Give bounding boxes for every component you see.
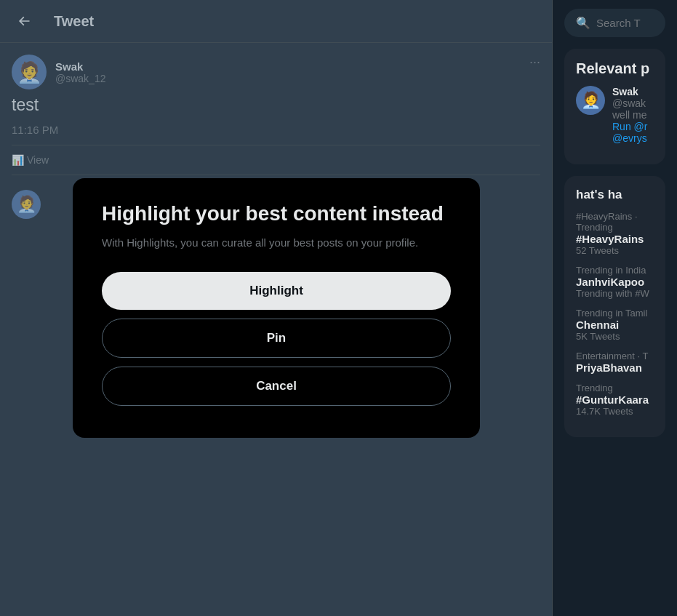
modal-title: Highlight your best content instead (102, 201, 451, 226)
relevant-user-avatar: 🧑‍💼 (576, 86, 605, 115)
relevant-handle: @swak (612, 97, 647, 109)
highlight-modal: Highlight your best content instead With… (73, 178, 480, 437)
trend-item-1[interactable]: #HeavyRains · Trending #HeavyRains 52 Tw… (576, 211, 654, 256)
trend-name-5: #GunturKaara (576, 393, 654, 406)
trend-name-1: #HeavyRains (576, 233, 654, 245)
trending-section: hat's ha #HeavyRains · Trending #HeavyRa… (564, 176, 665, 437)
highlight-button[interactable]: Highlight (102, 272, 451, 310)
search-icon: 🔍 (576, 16, 590, 30)
trend-item-3[interactable]: Trending in Tamil Chennai 5K Tweets (576, 308, 654, 342)
trend-name-4: PriyaBhavan (576, 361, 654, 374)
relevant-user-text: well me Run @r @evrys (612, 109, 647, 144)
trend-name-3: Chennai (576, 319, 654, 331)
modal-description: With Highlights, you can curate all your… (102, 235, 451, 252)
right-sidebar: 🔍 Search T Relevant p 🧑‍💼 Swak @swak wel… (553, 0, 677, 616)
trending-title: hat's ha (576, 188, 654, 202)
search-input: Search T (596, 17, 641, 29)
trend-name-2: JanhviKapoo (576, 276, 654, 288)
relevant-people-section: Relevant p 🧑‍💼 Swak @swak well me Run @r… (564, 49, 665, 164)
cancel-button[interactable]: Cancel (102, 367, 451, 406)
search-bar[interactable]: 🔍 Search T (564, 9, 665, 37)
trend-meta-1: #HeavyRains · Trending (576, 211, 654, 233)
modal-overlay: Highlight your best content instead With… (0, 0, 553, 616)
trend-count-1: 52 Tweets (576, 245, 654, 256)
trend-meta-4: Entertainment · T (576, 351, 654, 361)
pin-button[interactable]: Pin (102, 319, 451, 358)
trend-item-5[interactable]: Trending #GunturKaara 14.7K Tweets (576, 383, 654, 417)
trend-item-2[interactable]: Trending in India JanhviKapoo Trending w… (576, 265, 654, 299)
trend-count-3: 5K Tweets (576, 331, 654, 342)
relevant-title: Relevant p (576, 60, 654, 77)
trend-count-5: 14.7K Tweets (576, 406, 654, 417)
relevant-user-item[interactable]: 🧑‍💼 Swak @swak well me Run @r @evrys (576, 86, 654, 144)
trend-count-2: Trending with #W (576, 288, 654, 299)
relevant-username: Swak (612, 86, 647, 97)
trend-item-4[interactable]: Entertainment · T PriyaBhavan (576, 351, 654, 374)
trend-meta-5: Trending (576, 383, 654, 393)
trend-meta-3: Trending in Tamil (576, 308, 654, 319)
trend-meta-2: Trending in India (576, 265, 654, 276)
